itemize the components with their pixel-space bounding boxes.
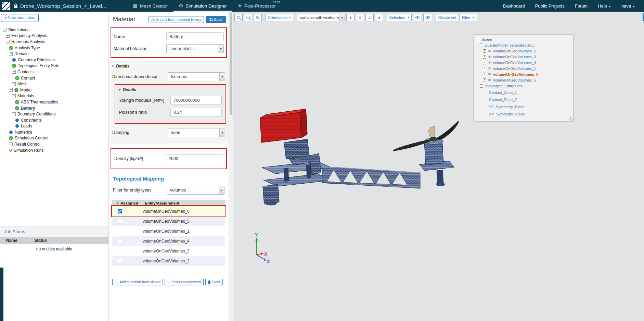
collapse-icon[interactable]: − (3, 28, 7, 32)
collapse-icon[interactable]: − (480, 44, 483, 47)
sidebar-item-simulation-control[interactable]: ✓Simulation Control (0, 135, 108, 141)
filter-dropdown[interactable]: Filter ▼ (460, 14, 477, 21)
collapse-icon[interactable]: − (12, 70, 16, 74)
3d-model[interactable] (233, 12, 479, 258)
collapse-icon[interactable]: − (477, 38, 480, 41)
damping-select[interactable]: none ▼ (168, 128, 225, 137)
scene-item-topological-entity-sets[interactable]: −Topological Entity Sets (475, 83, 572, 89)
tab-simulation-designer[interactable]: ⚙ Simulation Designer (173, 0, 232, 12)
forum-link[interactable]: Forum (575, 3, 588, 9)
expand-icon[interactable]: + (483, 73, 486, 76)
display-mode-select[interactable]: surfaces with wireframe ▼ (297, 14, 345, 21)
sidebar-item-constraints[interactable]: Constraints (0, 117, 108, 123)
visibility-icon[interactable] (488, 67, 492, 70)
app-logo[interactable] (2, 2, 10, 10)
collapse-icon[interactable]: − (6, 40, 10, 44)
sidebar-item-battery[interactable]: ✓Battery (0, 105, 108, 111)
assignment-checkbox[interactable] (118, 209, 122, 213)
battery-mesh[interactable] (260, 109, 307, 143)
sidebar-item-contacts[interactable]: −Contacts (0, 69, 108, 75)
mesh-display-toggle-1[interactable]: ▲ (346, 14, 355, 21)
assignment-checkbox[interactable] (118, 249, 122, 253)
scene-item-volumeongeovolumes-4[interactable]: +volumeOnGeoVolumes_4 (475, 60, 572, 65)
expand-icon[interactable]: + (6, 34, 10, 38)
user-menu[interactable]: nava▼ (621, 3, 635, 9)
help-menu[interactable]: Help▼ (598, 3, 611, 9)
scene-item-volumeongeovolumes-5[interactable]: +volumeOnGeoVolumes_5 (475, 77, 572, 83)
visibility-icon[interactable] (488, 55, 492, 58)
scene-item-volumeongeovolumes-3[interactable]: +volumeOnGeoVolumes_3 (475, 54, 572, 60)
youngs-modulus-input[interactable] (170, 96, 222, 105)
public-projects-link[interactable]: Public Projects (535, 3, 565, 9)
tab-mesh-creator[interactable]: ▦ Mesh Creator (128, 0, 173, 12)
hide-selected-button[interactable] (423, 14, 432, 21)
sidebar-item-loads[interactable]: Loads (0, 123, 108, 129)
mesh-display-toggle-4[interactable]: ▲ (375, 14, 383, 21)
expand-icon[interactable]: + (483, 49, 486, 53)
sidebar-item-model[interactable]: −✓Model (0, 87, 108, 93)
directional-dependency-select[interactable]: Isotropic ▼ (168, 72, 225, 81)
scene-item-xy-symmetry-plane[interactable]: XY_Symmetry_Plane (475, 110, 572, 118)
visibility-icon[interactable] (488, 78, 492, 82)
scene-item-contact-zone-2[interactable]: Contact_Zone_2 (475, 96, 572, 103)
name-input[interactable] (166, 32, 224, 41)
expand-icon[interactable]: + (9, 143, 13, 146)
expand-icon[interactable]: + (483, 67, 486, 70)
poisson-ratio-input[interactable] (170, 108, 222, 117)
assignment-checkbox[interactable] (118, 239, 122, 243)
mesh-display-toggle-3[interactable]: △ (365, 14, 374, 21)
inner-details-header[interactable]: ▼ Details (118, 87, 222, 93)
sidebar-item-result-control[interactable]: +Result Control (0, 141, 108, 147)
assignment-checkbox[interactable] (118, 219, 122, 223)
tab-post-processor[interactable]: ✳ Post-Processor BETA (232, 0, 281, 12)
reset-view-button[interactable]: ↻ (254, 14, 262, 21)
scene-item-contact-zone-1[interactable]: Contact_Zone_1 (475, 89, 572, 96)
expand-icon[interactable]: + (483, 61, 486, 64)
zoom-in-button[interactable] (234, 14, 243, 21)
assignment-row[interactable]: volumeOnGeoVolumes_3 (112, 246, 225, 256)
sidebar-item-analysis-type[interactable]: ✓Analysis Type (0, 45, 108, 51)
collapse-icon[interactable]: − (9, 88, 13, 92)
scene-item-volumeongeovolumes-1[interactable]: +volumeOnGeoVolumes_1 (475, 65, 572, 71)
save-button[interactable]: Save (206, 16, 226, 23)
mesh-display-toggle-2[interactable]: △ (356, 14, 364, 21)
clear-button[interactable]: Clear (205, 279, 223, 285)
scene-item-scene[interactable]: −Scene (475, 36, 572, 42)
sidebar-item-contact[interactable]: ✓Contact (0, 75, 108, 81)
sidebar-item-frequency-analysis[interactable]: +Frequency Analysis (0, 33, 108, 39)
visibility-icon[interactable] (488, 73, 492, 76)
create-set-button[interactable]: Create set (436, 14, 458, 21)
density-input[interactable] (166, 154, 223, 163)
scene-item-volumeongeovolumes-2[interactable]: +volumeOnGeoVolumes_2 (475, 48, 572, 54)
sidebar-item-simulation-runs[interactable]: Simulation Runs (0, 147, 108, 153)
collapse-icon[interactable]: − (480, 84, 483, 88)
sort-triangle-icon[interactable]: ▼ (116, 202, 119, 205)
assignment-checkbox[interactable] (118, 229, 122, 233)
visibility-icon[interactable] (488, 49, 492, 52)
resize-handle-icon[interactable] (569, 117, 573, 121)
zoom-window-button[interactable] (244, 14, 252, 21)
entity-type-filter-select[interactable]: volumes ▼ (167, 186, 224, 195)
assignment-row[interactable]: volumeOnGeoVolumes_1 (112, 226, 225, 236)
scene-item-quartermodel-separatedscr[interactable]: −QuarterModel_separatedScr... (475, 42, 572, 48)
sidebar-item-harmonic-analysis[interactable]: −Harmonic Analysis (0, 39, 108, 45)
select-assignment-button[interactable]: → Select assignment (165, 279, 204, 285)
assignment-checkbox[interactable] (118, 259, 122, 263)
scrollbar-thumb[interactable] (230, 12, 232, 115)
show-selected-button[interactable] (413, 14, 422, 21)
collapse-icon[interactable]: − (12, 94, 16, 98)
collapse-icon[interactable]: − (9, 52, 13, 56)
expand-icon[interactable]: + (483, 55, 486, 59)
sidebar-item-materials[interactable]: −Materials (0, 93, 108, 99)
viewer-3d[interactable]: ↻ Orientation ▼ surfaces with wireframe … (233, 12, 644, 321)
dashboard-link[interactable]: Dashboard (503, 3, 525, 9)
selection-dropdown[interactable]: Selection ▼ (387, 14, 412, 21)
assignment-row[interactable]: volumeOnGeoVolumes_5 (112, 216, 225, 226)
sidebar-item-abs-thermoplastics[interactable]: ✓ABS Thermoplastics (0, 99, 108, 105)
expand-icon[interactable]: + (483, 78, 486, 82)
new-simulation-button[interactable]: +New simulation (1, 14, 39, 22)
sidebar-item-simulations[interactable]: −Simulations (0, 27, 108, 33)
sidebar-item-numerics[interactable]: Numerics (0, 129, 108, 135)
drone-arm-mesh[interactable] (262, 161, 332, 205)
sidebar-item-boundary-conditions[interactable]: −Boundary Conditions (0, 111, 108, 117)
